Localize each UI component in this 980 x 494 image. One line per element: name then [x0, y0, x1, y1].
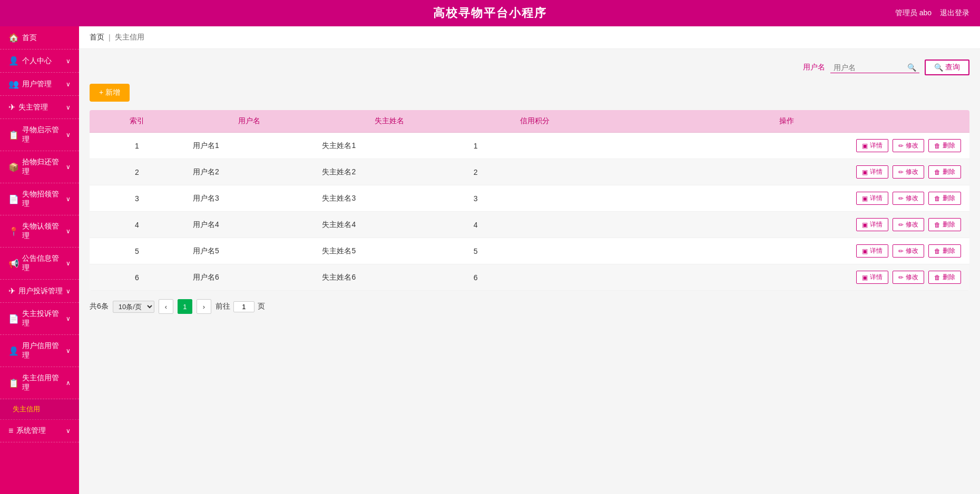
delete-icon-4: 🗑 [934, 248, 940, 255]
edit-icon-5: ✏ [898, 274, 904, 281]
page-goto: 前往 页 [215, 301, 265, 312]
detail-button-5[interactable]: ▣ 详情 [856, 271, 888, 284]
sidebar: 🏠 首页 👤 个人中心 ∨ 👥 用户管理 ∨ ✈ 失主管理 ∨ 📋 寻物启示管理… [0, 26, 79, 494]
edit-button-1[interactable]: ✏ 修改 [893, 165, 924, 179]
cell-credit-1: 2 [465, 159, 604, 185]
cell-actions-3: ▣ 详情 ✏ 修改 🗑 删除 [604, 212, 969, 238]
edit-button-5[interactable]: ✏ 修改 [893, 271, 924, 284]
cell-username-5: 用户名6 [184, 264, 313, 291]
detail-icon-0: ▣ [862, 142, 868, 150]
delete-icon-5: 🗑 [934, 274, 940, 281]
sidebar-item-find-mgmt[interactable]: 📋 寻物启示管理 ∨ [0, 119, 79, 151]
prev-page-button[interactable]: ‹ [159, 299, 173, 314]
edit-button-4[interactable]: ✏ 修改 [893, 244, 924, 258]
sidebar-item-lost-credit-mgmt[interactable]: 📋 失主信用管理 ∧ [0, 367, 79, 399]
edit-button-2[interactable]: ✏ 修改 [893, 192, 924, 205]
delete-button-5[interactable]: 🗑 删除 [928, 271, 961, 284]
delete-button-1[interactable]: 🗑 删除 [928, 165, 961, 179]
cell-lost-name-5: 失主姓名6 [313, 264, 465, 291]
delete-button-2[interactable]: 🗑 删除 [928, 192, 961, 205]
cell-index-0: 1 [90, 133, 184, 159]
delete-icon-1: 🗑 [934, 169, 940, 176]
layout: 🏠 首页 👤 个人中心 ∨ 👥 用户管理 ∨ ✈ 失主管理 ∨ 📋 寻物启示管理… [0, 26, 980, 494]
detail-button-2[interactable]: ▣ 详情 [856, 192, 888, 205]
sidebar-item-system-mgmt[interactable]: ≡ 系统管理 ∨ [0, 420, 79, 442]
sidebar-icon-credit-mgmt: 👤 [8, 346, 19, 356]
page-1-button[interactable]: 1 [178, 299, 192, 314]
per-page-select[interactable]: 10条/页20条/页50条/页 [113, 301, 154, 313]
cell-index-4: 5 [90, 238, 184, 264]
sidebar-item-lost-complaint-mgmt[interactable]: 📄 失主投诉管理 ∨ [0, 303, 79, 335]
sidebar-item-user-mgmt[interactable]: 👥 用户管理 ∨ [0, 73, 79, 96]
sidebar-item-notice-mgmt[interactable]: 📢 公告信息管理 ∨ [0, 248, 79, 280]
delete-button-4[interactable]: 🗑 删除 [928, 244, 961, 258]
chevron-icon-user-mgmt: ∨ [66, 81, 71, 88]
chevron-icon-lost-mgmt: ∨ [66, 104, 71, 111]
chevron-icon-lost-complaint-mgmt: ∨ [66, 315, 71, 322]
search-input-wrap: 🔍 [830, 62, 919, 73]
sidebar-item-lost-mgmt[interactable]: ✈ 失主管理 ∨ [0, 96, 79, 119]
search-button[interactable]: 🔍 查询 [925, 60, 969, 75]
sidebar-item-lost-confirm-mgmt[interactable]: 📍 失物认领管理 ∨ [0, 215, 79, 248]
content-area: 用户名 🔍 🔍 查询 + 新增 索引 用户名 [79, 49, 980, 494]
delete-button-0[interactable]: 🗑 删除 [928, 139, 961, 152]
cell-actions-2: ▣ 详情 ✏ 修改 🗑 删除 [604, 185, 969, 212]
chevron-icon-lost-claim-mgmt: ∨ [66, 195, 71, 203]
chevron-icon-lost-confirm-mgmt: ∨ [66, 228, 71, 235]
sidebar-sub-lost-credit[interactable]: 失主信用 [0, 399, 79, 420]
page-suffix-label: 页 [258, 302, 265, 311]
table-header: 索引 用户名 失主姓名 信用积分 操作 [90, 110, 969, 133]
detail-button-1[interactable]: ▣ 详情 [856, 165, 888, 179]
next-page-button[interactable]: › [197, 299, 211, 314]
sidebar-icon-notice-mgmt: 📢 [8, 259, 19, 269]
breadcrumb-separator: | [109, 33, 111, 42]
edit-icon-1: ✏ [898, 169, 904, 176]
detail-button-3[interactable]: ▣ 详情 [856, 218, 888, 231]
cell-actions-4: ▣ 详情 ✏ 修改 🗑 删除 [604, 238, 969, 264]
delete-icon-2: 🗑 [934, 195, 940, 202]
table-row: 6 用户名6 失主姓名6 6 ▣ 详情 ✏ 修改 🗑 删除 [90, 264, 969, 291]
cell-credit-3: 4 [465, 212, 604, 238]
cell-lost-name-4: 失主姓名5 [313, 238, 465, 264]
detail-button-0[interactable]: ▣ 详情 [856, 139, 888, 152]
sidebar-icon-lost-credit-mgmt: 📋 [8, 378, 19, 388]
cell-lost-name-3: 失主姓名4 [313, 212, 465, 238]
sidebar-icon-return-mgmt: 📦 [8, 162, 19, 172]
edit-icon-2: ✏ [898, 195, 904, 202]
cell-username-4: 用户名5 [184, 238, 313, 264]
delete-button-3[interactable]: 🗑 删除 [928, 218, 961, 231]
search-label: 用户名 [803, 63, 825, 72]
col-index: 索引 [90, 110, 184, 133]
search-icon[interactable]: 🔍 [907, 63, 916, 72]
edit-button-0[interactable]: ✏ 修改 [893, 139, 924, 152]
cell-lost-name-1: 失主姓名2 [313, 159, 465, 185]
detail-icon-4: ▣ [862, 248, 868, 255]
edit-button-3[interactable]: ✏ 修改 [893, 218, 924, 231]
cell-lost-name-2: 失主姓名3 [313, 185, 465, 212]
sidebar-item-lost-claim-mgmt[interactable]: 📄 失物招领管理 ∨ [0, 183, 79, 215]
sidebar-label-complaint-mgmt: 用户投诉管理 [18, 286, 63, 296]
sidebar-item-complaint-mgmt[interactable]: ✈ 用户投诉管理 ∨ [0, 280, 79, 303]
table-row: 3 用户名3 失主姓名3 3 ▣ 详情 ✏ 修改 🗑 删除 [90, 185, 969, 212]
sidebar-item-home[interactable]: 🏠 首页 [0, 26, 79, 50]
cell-index-3: 4 [90, 212, 184, 238]
sidebar-label-lost-confirm-mgmt: 失物认领管理 [22, 222, 63, 241]
table-row: 2 用户名2 失主姓名2 2 ▣ 详情 ✏ 修改 🗑 删除 [90, 159, 969, 185]
edit-icon-4: ✏ [898, 248, 904, 255]
sidebar-icon-find-mgmt: 📋 [8, 130, 19, 140]
breadcrumb-home[interactable]: 首页 [90, 33, 104, 42]
delete-icon-3: 🗑 [934, 221, 940, 229]
sidebar-icon-lost-complaint-mgmt: 📄 [8, 314, 19, 324]
sidebar-item-return-mgmt[interactable]: 📦 拾物归还管理 ∨ [0, 151, 79, 183]
sidebar-item-credit-mgmt[interactable]: 👤 用户信用管理 ∨ [0, 335, 79, 367]
sidebar-label-lost-complaint-mgmt: 失主投诉管理 [22, 309, 63, 328]
chevron-icon-complaint-mgmt: ∨ [66, 288, 71, 295]
cell-lost-name-0: 失主姓名1 [313, 133, 465, 159]
add-button[interactable]: + 新增 [90, 84, 130, 102]
sidebar-label-return-mgmt: 拾物归还管理 [22, 157, 63, 176]
logout-button[interactable]: 退出登录 [940, 8, 969, 18]
sidebar-item-profile[interactable]: 👤 个人中心 ∨ [0, 50, 79, 73]
goto-input[interactable] [233, 301, 254, 312]
detail-button-4[interactable]: ▣ 详情 [856, 244, 888, 258]
search-input[interactable] [834, 63, 907, 72]
